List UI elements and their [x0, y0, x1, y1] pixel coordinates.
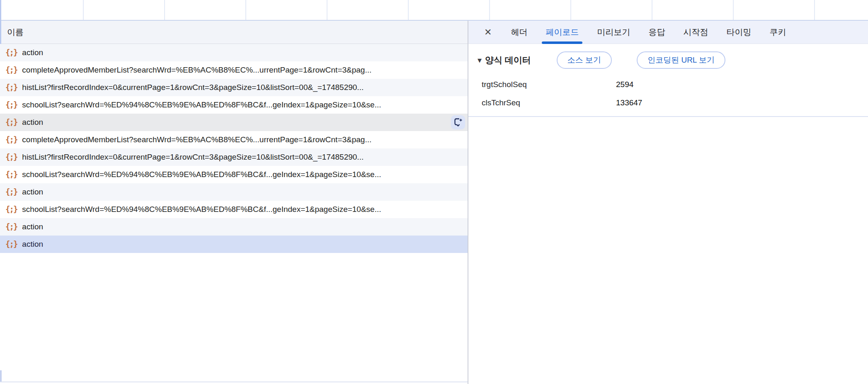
tab-cookies[interactable]: 쿠키 [763, 21, 792, 44]
param-row: trgtScholSeq 2594 [468, 75, 868, 94]
form-data-title: 양식 데이터 [485, 54, 531, 66]
devtools-network-panel: 이름 {;} action {;} completeApprovedMember… [0, 0, 868, 384]
param-name: clsTchrSeq [482, 98, 616, 107]
payload-view: ▼ 양식 데이터 소스 보기 인코딩된 URL 보기 trgtScholSeq … [468, 44, 868, 117]
request-list-panel: 이름 {;} action {;} completeApprovedMember… [0, 21, 468, 384]
fetch-xhr-icon: {;} [5, 170, 17, 179]
request-name: action [22, 240, 43, 249]
fetch-xhr-icon: {;} [5, 117, 17, 126]
tab-label: 시작점 [683, 27, 708, 38]
request-rows: {;} action {;} completeApprovedMemberLis… [0, 44, 468, 253]
table-row[interactable]: {;} schoolList?searchWrd=%ED%94%8C%EB%9E… [0, 201, 468, 218]
tab-timing[interactable]: 타이밍 [720, 21, 757, 44]
table-row[interactable]: {;} completeApprovedMemberList?searchWrd… [0, 131, 468, 148]
fetch-xhr-icon: {;} [5, 65, 17, 74]
payload-section-divider [468, 116, 868, 117]
request-name: action [22, 118, 43, 127]
view-url-encoded-button[interactable]: 인코딩된 URL 보기 [637, 51, 725, 69]
request-name: schoolList?searchWrd=%ED%94%8C%EB%9E%AB%… [22, 170, 381, 179]
table-row[interactable]: {;} completeApprovedMemberList?searchWrd… [0, 61, 468, 79]
view-source-button[interactable]: 소스 보기 [557, 51, 612, 69]
table-row[interactable]: {;} schoolList?searchWrd=%ED%94%8C%EB%9E… [0, 166, 468, 183]
left-edge-highlight-bottom [0, 370, 2, 382]
table-row-selected-blue[interactable]: {;} action [0, 236, 468, 253]
name-column-label: 이름 [7, 27, 24, 38]
tab-initiator[interactable]: 시작점 [677, 21, 714, 44]
request-name: histList?firstRecordIndex=0&currentPage=… [22, 83, 364, 92]
table-row[interactable]: {;} histList?firstRecordIndex=0&currentP… [0, 148, 468, 166]
request-name: histList?firstRecordIndex=0&currentPage=… [22, 153, 364, 162]
fetch-xhr-icon: {;} [5, 48, 17, 57]
table-row[interactable]: {;} schoolList?searchWrd=%ED%94%8C%EB%9E… [0, 96, 468, 114]
request-name: action [22, 222, 43, 231]
tab-label: 페이로드 [546, 27, 579, 38]
tab-label: 헤더 [511, 27, 527, 38]
details-tab-bar: ✕ 헤더 페이로드 미리보기 응답 시작점 타이밍 쿠키 [468, 21, 868, 44]
tab-headers[interactable]: 헤더 [504, 21, 533, 44]
ai-assistance-button[interactable] [451, 115, 465, 129]
table-row[interactable]: {;} action [0, 218, 468, 236]
fetch-xhr-icon: {;} [5, 83, 17, 92]
table-row-selected-gray[interactable]: {;} action [0, 114, 468, 131]
tab-label: 타이밍 [726, 27, 751, 38]
request-name: action [22, 187, 43, 197]
tab-label: 응답 [648, 27, 665, 38]
param-row: clsTchrSeq 133647 [468, 94, 868, 112]
param-value: 2594 [616, 80, 868, 89]
ai-assist-icon [453, 117, 463, 128]
tab-label: 미리보기 [597, 27, 630, 38]
fetch-xhr-icon: {;} [5, 152, 17, 161]
request-name: schoolList?searchWrd=%ED%94%8C%EB%9E%AB%… [22, 205, 381, 214]
tab-payload[interactable]: 페이로드 [539, 21, 585, 44]
fetch-xhr-icon: {;} [5, 222, 17, 231]
fetch-xhr-icon: {;} [5, 204, 17, 214]
form-data-section-header: ▼ 양식 데이터 소스 보기 인코딩된 URL 보기 [468, 51, 868, 70]
tab-response[interactable]: 응답 [642, 21, 671, 44]
form-data-params: trgtScholSeq 2594 clsTchrSeq 133647 [468, 75, 868, 112]
table-row[interactable]: {;} action [0, 44, 468, 61]
fetch-xhr-icon: {;} [5, 100, 17, 109]
fetch-xhr-icon: {;} [5, 187, 17, 196]
request-name: action [22, 48, 43, 57]
param-name: trgtScholSeq [482, 80, 616, 89]
param-value: 133647 [616, 98, 868, 107]
left-edge-highlight-top [0, 0, 1, 44]
network-overview-timeline[interactable] [0, 0, 868, 21]
chevron-down-icon[interactable]: ▼ [478, 57, 482, 63]
tab-preview[interactable]: 미리보기 [591, 21, 636, 44]
table-row[interactable]: {;} action [0, 183, 468, 201]
close-icon[interactable]: ✕ [480, 28, 496, 37]
panel-divider[interactable] [468, 21, 468, 384]
request-details-panel: ✕ 헤더 페이로드 미리보기 응답 시작점 타이밍 쿠키 [468, 21, 868, 384]
request-name: completeApprovedMemberList?searchWrd=%EB… [22, 135, 371, 144]
fetch-xhr-icon: {;} [5, 239, 17, 248]
request-list-bottom-border [0, 382, 468, 382]
fetch-xhr-icon: {;} [5, 135, 17, 144]
name-column-header[interactable]: 이름 [0, 21, 468, 44]
tab-label: 쿠키 [769, 27, 786, 38]
request-name: schoolList?searchWrd=%ED%94%8C%EB%9E%AB%… [22, 100, 381, 109]
table-row[interactable]: {;} histList?firstRecordIndex=0&currentP… [0, 79, 468, 96]
request-name: completeApprovedMemberList?searchWrd=%EB… [22, 66, 371, 75]
